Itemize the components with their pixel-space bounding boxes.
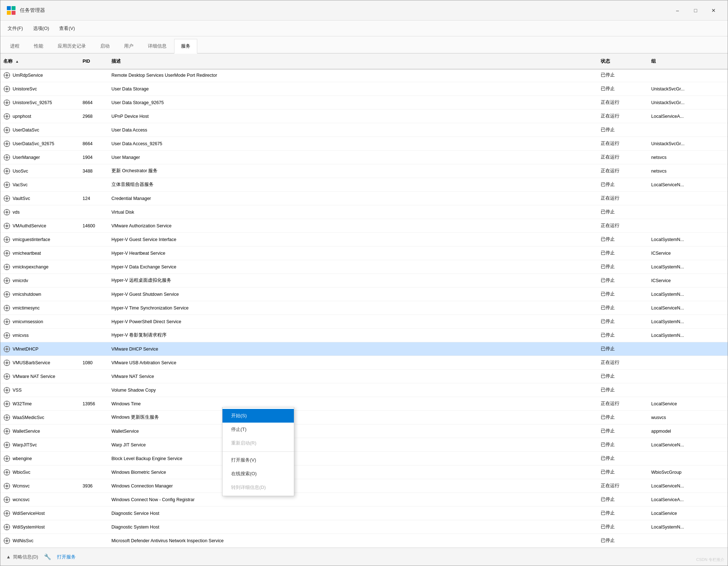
svg-point-29 — [6, 224, 8, 227]
row-status-cell: 已停止 — [598, 510, 648, 516]
service-icon — [3, 263, 10, 271]
table-row[interactable]: UmRdpService Remote Desktop Services Use… — [0, 70, 728, 82]
open-service-link[interactable]: 打开服务 — [57, 554, 76, 560]
header-desc[interactable]: 描述 — [109, 58, 598, 64]
row-desc-cell: Warp JIT Service — [109, 442, 598, 447]
table-row[interactable]: vmicvss Hyper-V 卷影复制请求程序 已停止 LocalSystem… — [0, 329, 728, 342]
table-container: uhssvc Microsoft Update Health Service 已… — [0, 70, 728, 548]
table-row[interactable]: UserDataSvc_92675 8664 User Data Access_… — [0, 137, 728, 151]
table-row[interactable]: W32Time 13956 Windows Time 正在运行 LocalSer… — [0, 397, 728, 411]
table-row[interactable]: VacSvc 立体音频组合器服务 已停止 LocalServiceN... — [0, 178, 728, 192]
tab-process[interactable]: 进程 — [3, 39, 26, 53]
tab-users[interactable]: 用户 — [117, 39, 140, 53]
summary-toggle[interactable]: ▲ 简略信息(D) — [6, 554, 38, 560]
row-status-cell: 已停止 — [598, 277, 648, 284]
tab-app-history[interactable]: 应用历史记录 — [51, 39, 93, 53]
table-row[interactable]: vmicvmsession Hyper-V PowerShell Direct … — [0, 315, 728, 329]
row-status-cell: 已停止 — [598, 182, 648, 188]
row-name-cell: VMAuthdService — [0, 222, 80, 229]
table-row[interactable]: VMnetDHCP VMware DHCP Service 已停止 — [0, 342, 728, 356]
row-desc-cell: Hyper-V Guest Service Interface — [109, 237, 598, 242]
table-row[interactable]: vmicguestinterface Hyper-V Guest Service… — [0, 233, 728, 246]
table-row[interactable]: wbengine Block Level Backup Engine Servi… — [0, 452, 728, 465]
table-row[interactable]: Wcmsvc 3936 Windows Connection Manager 正… — [0, 479, 728, 493]
app-icon — [6, 5, 16, 15]
header-name[interactable]: 名称 ▲ — [0, 58, 80, 64]
table-row[interactable]: UnistoreSvc User Data Storage 已停止 Unista… — [0, 82, 728, 96]
table-row[interactable]: vmickvpexchange Hyper-V Data Exchange Se… — [0, 260, 728, 274]
close-button[interactable]: ✕ — [705, 4, 722, 17]
row-pid-cell: 1080 — [80, 360, 109, 365]
tab-startup[interactable]: 启动 — [93, 39, 116, 53]
row-pid-cell: 1904 — [80, 155, 109, 160]
table-row[interactable]: UserDataSvc User Data Access 已停止 — [0, 123, 728, 137]
table-row[interactable]: WbioSvc Windows Biometric Service 已停止 Wb… — [0, 465, 728, 479]
menu-view[interactable]: 查看(V) — [55, 23, 79, 34]
table-row[interactable]: UsoSvc 3488 更新 Orchestrator 服务 正在运行 nets… — [0, 164, 728, 178]
table-row[interactable]: wcncsvc Windows Connect Now - Config Reg… — [0, 493, 728, 507]
minimize-button[interactable]: – — [669, 4, 686, 17]
svg-point-35 — [6, 266, 8, 268]
table-row[interactable]: VMUSBarbService 1080 VMware USB Arbitrat… — [0, 356, 728, 370]
service-icon — [3, 154, 10, 161]
row-desc-cell: Hyper-V Time Synchronization Service — [109, 306, 598, 311]
table-row[interactable]: vmicrdv Hyper-V 远程桌面虚拟化服务 已停止 ICService — [0, 274, 728, 288]
context-menu-item[interactable]: 停止(T) — [222, 423, 294, 436]
row-status-cell: 已停止 — [598, 414, 648, 420]
table-row[interactable]: VSS Volume Shadow Copy 已停止 — [0, 383, 728, 397]
tab-performance[interactable]: 性能 — [27, 39, 50, 53]
service-icon — [3, 332, 10, 339]
context-menu-item[interactable]: 在线搜索(O) — [222, 467, 294, 481]
row-status-cell: 已停止 — [598, 524, 648, 530]
svg-rect-3 — [12, 11, 16, 15]
header-status[interactable]: 状态 — [598, 58, 648, 64]
row-group-cell: LocalSystemN... — [648, 333, 728, 338]
table-row[interactable]: vmictimesync Hyper-V Time Synchronizatio… — [0, 301, 728, 315]
status-icon: 🔧 — [44, 553, 51, 560]
row-status-cell: 正在运行 — [598, 154, 648, 160]
row-group-cell: LocalServiceN... — [648, 182, 728, 187]
menu-options[interactable]: 选项(O) — [29, 23, 54, 34]
row-pid-cell: 2968 — [80, 114, 109, 119]
summary-label: 简略信息(D) — [13, 554, 38, 560]
table-row[interactable]: VaultSvc 124 Credential Manager 正在运行 — [0, 192, 728, 205]
table-row[interactable]: vmicshutdown Hyper-V Guest Shutdown Serv… — [0, 288, 728, 301]
table-row[interactable]: WdNisSvc Microsoft Defender Antivirus Ne… — [0, 534, 728, 548]
table-row[interactable]: vmicheartbeat Hyper-V Heartbeat Service … — [0, 246, 728, 260]
table-row[interactable]: WdiSystemHost Diagnostic System Host 已停止… — [0, 520, 728, 534]
table-row[interactable]: UserManager 1904 User Manager 正在运行 netsv… — [0, 151, 728, 164]
row-name-text: WdiSystemHost — [13, 525, 45, 530]
table-row[interactable]: WarpJITSvc Warp JIT Service 已停止 LocalSer… — [0, 438, 728, 452]
menu-file[interactable]: 文件(F) — [3, 23, 27, 34]
row-name-text: VMnetDHCP — [13, 347, 39, 352]
table-row[interactable]: WalletService WalletService 已停止 appmodel — [0, 424, 728, 438]
row-name-text: VaultSvc — [13, 196, 30, 201]
row-group-cell: LocalSystemN... — [648, 525, 728, 530]
row-name-text: VMAuthdService — [13, 223, 46, 228]
context-menu-item[interactable]: 打开服务(V) — [222, 453, 294, 467]
row-name-text: vmickvpexchange — [13, 264, 48, 269]
row-name-cell: VacSvc — [0, 181, 80, 188]
tab-details[interactable]: 详细信息 — [141, 39, 173, 53]
row-name-text: VacSvc — [13, 182, 27, 187]
header-group[interactable]: 组 — [648, 58, 728, 64]
table-row[interactable]: vds Virtual Disk 已停止 — [0, 205, 728, 219]
service-icon — [3, 195, 10, 202]
header-pid[interactable]: PID — [80, 59, 109, 64]
context-menu-item[interactable]: 开始(S) — [222, 409, 294, 423]
service-icon — [3, 291, 10, 298]
table-row[interactable]: WaaSMedicSvc Windows 更新医生服务 已停止 wusvcs — [0, 411, 728, 424]
table-row[interactable]: VMAuthdService 14600 VMware Authorizatio… — [0, 219, 728, 233]
rows-container: uhssvc Microsoft Update Health Service 已… — [0, 70, 728, 548]
row-name-text: WbioSvc — [13, 470, 30, 475]
tab-services[interactable]: 服务 — [174, 39, 197, 54]
svg-rect-1 — [12, 6, 16, 10]
row-group-cell: LocalService — [648, 401, 728, 406]
row-status-cell: 正在运行 — [598, 113, 648, 119]
table-row[interactable]: upnphost 2968 UPnP Device Host 正在运行 Loca… — [0, 110, 728, 123]
maximize-button[interactable]: □ — [687, 4, 704, 17]
table-row[interactable]: UnistoreSvc_92675 8664 User Data Storage… — [0, 96, 728, 110]
table-row[interactable]: VMware NAT Service VMware NAT Service 已停… — [0, 370, 728, 383]
table-row[interactable]: WdiServiceHost Diagnostic Service Host 已… — [0, 507, 728, 520]
svg-point-25 — [6, 197, 8, 200]
